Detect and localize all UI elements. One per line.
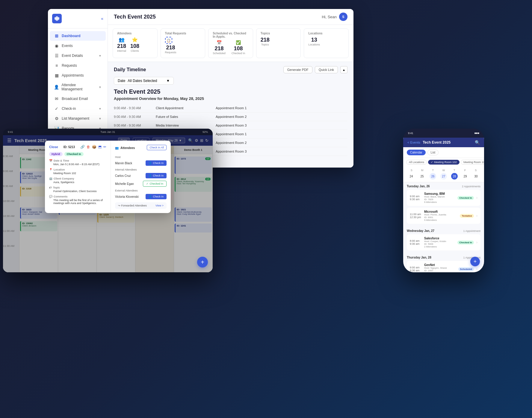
modal-field-location: 📍 Location Meeting Room 102 <box>49 168 106 175</box>
loc-tab-all[interactable]: All Locations <box>406 160 427 165</box>
modal-tags: Hybrid Checked In <box>49 152 106 156</box>
stat-number: 108 <box>130 43 139 49</box>
phone-device: 9:41 ■■■ < Events Tech Event 2025 🔍 Cale… <box>403 129 484 272</box>
link-icon[interactable]: 🔗 <box>80 145 85 149</box>
field-value-datetime: Mon, Jan 5 | 8:00 AM – 8:15 AM (EST) <box>53 163 106 166</box>
sidebar-item-broadcast[interactable]: ✉ Broadcast Email <box>50 94 106 104</box>
sidebar-item-label: Event Details <box>62 54 83 58</box>
loc-tab-103[interactable]: Meeting Room 103 <box>461 160 484 165</box>
attendees-icon: 👥 <box>115 146 119 150</box>
sidebar-item-events[interactable]: ◉ Events <box>50 41 106 51</box>
tab-calendar[interactable]: Calendar <box>407 150 426 155</box>
appt-room: Appointment Room 1 <box>216 132 347 136</box>
cal-day-30[interactable]: 30 <box>473 173 479 180</box>
day-label: Thursday Jan, 28 <box>407 256 431 259</box>
archive-icon[interactable]: 📦 <box>92 145 96 149</box>
sidebar-item-requests[interactable]: ≡ Requests <box>50 61 106 70</box>
appointments-icon: ▦ <box>54 73 59 78</box>
stat-card-requests: Total Requests 📋 218 Requests <box>161 28 205 58</box>
modal-action-icons: 🔗 🗑 📦 ⬒ ✏ <box>80 145 106 149</box>
overview-title: Appointment Overview for Monday, May 28,… <box>114 96 347 101</box>
appt-host: Host: Flores, Juanita <box>424 213 457 216</box>
view-forwarded-link[interactable]: View > <box>155 204 164 207</box>
fab-add-button[interactable]: + <box>197 257 208 267</box>
stat-body: 📅 218 Scheduled ✅ 108 Checked In <box>213 40 249 55</box>
stat-topics: 218 Topics <box>261 37 270 46</box>
requests-icon: ≡ <box>54 63 59 68</box>
delete-icon[interactable]: 🗑 <box>87 145 90 149</box>
carlos-check-in-button[interactable]: 👤 Check In <box>146 173 167 178</box>
modal-header: Close ID: 5213 🔗 🗑 📦 ⬒ ✏ <box>49 145 106 149</box>
share-icon[interactable]: ⬒ <box>98 145 102 149</box>
sidebar-item-dashboard[interactable]: ⊞ Dashboard <box>50 31 106 41</box>
check-icon: 👤 <box>149 162 152 165</box>
sidebar-item-attendee-management[interactable]: 👤 Attendee Management ▼ <box>50 80 106 94</box>
edit-icon[interactable]: ✏ <box>103 145 106 149</box>
field-label-topic: 🏷 Topic <box>49 186 106 189</box>
cal-day-28[interactable]: 28 <box>451 173 458 180</box>
quick-link-button[interactable]: Quick Link <box>315 66 338 73</box>
section-label: Daily Timeline <box>114 67 146 72</box>
search-icon[interactable]: 🔍 <box>475 140 480 145</box>
sidebar-item-list-management[interactable]: ⚙ List Management ▼ <box>50 114 106 123</box>
phone-fab-button[interactable]: + <box>470 257 480 266</box>
cal-day-27[interactable]: 27 <box>440 173 447 180</box>
host-check-in-button[interactable]: 👤 Check In <box>146 160 167 166</box>
field-label-company: 🏢 Client Company <box>49 177 106 180</box>
loc-tab-102[interactable]: ✓ Meeting Room 102 <box>428 160 460 165</box>
sidebar-item-event-details[interactable]: ☰ Event Details ▼ <box>50 51 106 60</box>
field-label-comments: 💬 Comments <box>49 195 106 198</box>
sidebar-item-checkin[interactable]: ✓ Check-in ▼ <box>50 104 106 113</box>
modal-right-panel: 👥 Attendees Check In All Host Marvin Bla… <box>111 141 171 213</box>
appt-id: ID: 5008 <box>424 243 455 245</box>
clients-icon: ⭐ <box>130 37 139 42</box>
sidebar-item-appointments[interactable]: ▦ Appointments <box>50 71 106 80</box>
date-select[interactable]: Date All Dates Selected ▼ <box>114 77 174 85</box>
appointment-item[interactable]: 11:00 am12:30 pm Microsoft Host: Flores,… <box>407 208 480 224</box>
appt-time: 9:00 am9:30 am <box>410 195 422 201</box>
check-in-all-button[interactable]: Check In All <box>147 145 167 150</box>
phone-app: < Events Tech Event 2025 🔍 Calendar List… <box>403 138 484 272</box>
appt-name: Client Appointment <box>156 106 216 110</box>
appt-id: ID: 7829 <box>424 198 455 201</box>
top-bar: Tech Event 2025 Hi, Sean S <box>108 9 353 25</box>
status-badge: Checked In <box>457 241 474 244</box>
collapse-button[interactable]: ▲ <box>340 66 347 73</box>
appt-count: 2 Appointments <box>462 185 480 188</box>
stat-number: 108 <box>232 45 245 52</box>
sidebar-item-label: Dashboard <box>62 34 81 38</box>
modal-field-company: 🏢 Client Company Aura, Speligenics <box>49 177 106 184</box>
tab-list[interactable]: List <box>427 150 439 155</box>
attendee-name: Marvin Black <box>115 162 132 165</box>
appt-room: Appointment Room 3 <box>216 150 347 153</box>
victoria-check-in-button[interactable]: 👤 Check In <box>146 194 167 199</box>
cal-day-24[interactable]: 24 <box>408 173 415 180</box>
cal-day-26[interactable]: 26 <box>430 173 436 180</box>
back-button[interactable]: < Events <box>407 141 420 144</box>
sidebar-item-label: List Management <box>62 116 89 121</box>
stat-body: 218 Topics <box>261 37 297 46</box>
comment-icon: 💬 <box>49 195 52 198</box>
attendee-name: Victoria Klovenski <box>115 195 139 198</box>
day-section-header: Thursday Jan, 28 1 Appointment <box>407 256 480 259</box>
cal-day-29[interactable]: 29 <box>462 173 468 180</box>
modal-close-button[interactable]: Close <box>49 145 58 149</box>
appointment-item[interactable]: 9:00 am9:30 am GenNet Host: Nguyen, Shan… <box>407 261 480 272</box>
appointment-item[interactable]: 8:00 am9:30 am Salesforce Host: Cooper, … <box>407 234 480 250</box>
attendee-row: Marvin Black 👤 Check In <box>115 160 167 166</box>
cal-day-25[interactable]: 25 <box>419 173 425 180</box>
appointment-item[interactable]: 9:00 am9:30 am Samsung, IBM Host: Black,… <box>407 190 480 206</box>
chevron-right-icon: › <box>476 196 477 200</box>
modal-field-datetime: 📅 Date & Time Mon, Jan 5 | 8:00 AM – 8:1… <box>49 159 106 166</box>
sidebar-item-label: Appointments <box>62 73 84 77</box>
michelle-checked-button[interactable]: ✓ Checked In <box>143 181 167 187</box>
chevron-right-icon: › <box>476 267 477 271</box>
sidebar-collapse-icon[interactable]: « <box>101 16 103 21</box>
stat-label: Topics <box>261 43 270 46</box>
check-icon: ✓ <box>431 161 433 164</box>
appt-title: Microsoft <box>424 210 457 213</box>
appt-time: 9:00 AM - 9:30 AM <box>114 115 156 118</box>
location-filter-tabs: All Locations ✓ Meeting Room 102 Meeting… <box>403 158 484 166</box>
phone-status-bar: 9:41 ■■■ <box>403 129 484 138</box>
generate-pdf-button[interactable]: Generate PDF <box>283 66 312 73</box>
